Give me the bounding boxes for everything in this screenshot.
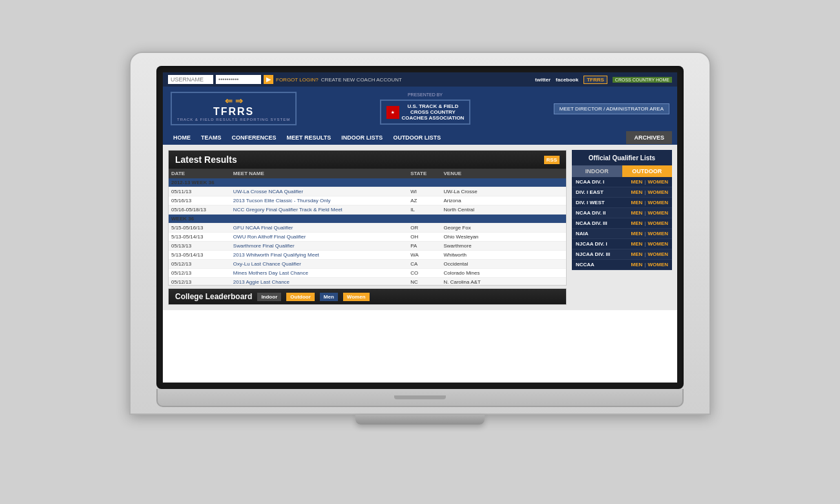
qualifier-men-link[interactable]: MEN <box>631 220 643 226</box>
row-meet[interactable]: NCC Gregory Final Qualifier Track & Fiel… <box>231 205 408 215</box>
rss-icon: RSS <box>544 156 560 164</box>
nav-meet-results[interactable]: MEET RESULTS <box>282 131 337 145</box>
lb-tab-indoor[interactable]: Indoor <box>257 293 281 301</box>
top-bar: ▶ FORGOT LOGIN? CREATE NEW COACH ACCOUNT… <box>163 72 677 87</box>
qualifier-men-link[interactable]: MEN <box>631 189 643 195</box>
leaderboard-header: College Leaderboard Indoor Outdoor Men W… <box>169 289 566 304</box>
logo-area: ⇐ ⇒ TFRRS TRACK & FIELD RESULTS REPORTIN… <box>171 92 297 125</box>
qualifier-links: MEN | WOMEN <box>631 210 668 216</box>
tfrrs-badge: TFRRS <box>583 76 607 84</box>
archives-button[interactable]: ARCHIVES <box>626 131 672 144</box>
row-meet[interactable]: GFU NCAA Final Qualifier <box>231 224 408 233</box>
qualifier-men-link[interactable]: MEN <box>631 210 643 216</box>
qualifier-men-link[interactable]: MEN <box>631 179 643 185</box>
qualifier-separator: | <box>644 262 646 268</box>
qualifier-men-link[interactable]: MEN <box>631 231 643 236</box>
row-date: 05/16/13 <box>169 196 231 205</box>
qualifier-women-link[interactable]: WOMEN <box>647 251 668 257</box>
row-meet[interactable]: Swarthmore Final Qualifier <box>231 242 408 251</box>
qualifier-division-label: NCAA DIV. II <box>576 210 631 216</box>
qualifier-division-label: NCAA DIV. III <box>576 220 631 226</box>
header-right: MEET DIRECTOR / ADMINISTRATOR AREA <box>554 103 669 114</box>
leaderboard-panel: College Leaderboard Indoor Outdoor Men W… <box>168 288 567 305</box>
login-button[interactable]: ▶ <box>264 75 273 84</box>
row-venue: N. Carolina A&T <box>441 278 566 286</box>
row-venue: Ohio Wesleyan <box>441 233 566 242</box>
meet-director-button[interactable]: MEET DIRECTOR / ADMINISTRATOR AREA <box>554 103 669 114</box>
qualifier-women-link[interactable]: WOMEN <box>647 179 668 185</box>
qualifier-men-link[interactable]: MEN <box>631 200 643 205</box>
row-meet[interactable]: UW-La Crosse NCAA Qualifier <box>231 187 408 196</box>
facebook-link[interactable]: facebook <box>556 77 578 83</box>
laptop-base <box>156 389 684 407</box>
lb-tab-outdoor[interactable]: Outdoor <box>286 293 315 301</box>
qualifier-links: MEN | WOMEN <box>631 220 668 226</box>
login-area: ▶ FORGOT LOGIN? CREATE NEW COACH ACCOUNT <box>168 75 402 84</box>
site-header: ⇐ ⇒ TFRRS TRACK & FIELD RESULTS REPORTIN… <box>163 87 677 131</box>
qualifier-men-link[interactable]: MEN <box>631 251 643 257</box>
qualifier-women-link[interactable]: WOMEN <box>647 220 668 226</box>
week1-label: 2012-13 WEEK 36 <box>169 178 566 187</box>
qualifier-separator: | <box>644 200 646 205</box>
qualifier-separator: | <box>644 251 646 257</box>
results-title: Latest Results <box>175 154 237 165</box>
qualifier-men-link[interactable]: MEN <box>631 241 643 247</box>
col-meet-name: MEET NAME <box>231 169 408 178</box>
qualifier-women-link[interactable]: WOMEN <box>647 241 668 247</box>
lb-tab-women[interactable]: Women <box>343 293 370 301</box>
ustfccca-line2: CROSS COUNTRY <box>402 109 465 115</box>
qualifier-tab-indoor[interactable]: INDOOR <box>572 165 622 177</box>
presented-by-label: PRESENTED BY <box>380 92 471 97</box>
nav-outdoor-lists[interactable]: OUTDOOR LISTS <box>388 131 446 145</box>
nav-conferences[interactable]: CONFERENCES <box>227 131 282 145</box>
qualifier-women-link[interactable]: WOMEN <box>647 210 668 216</box>
nav-teams[interactable]: TEAMS <box>196 131 227 145</box>
qualifier-women-link[interactable]: WOMEN <box>647 200 668 205</box>
twitter-link[interactable]: twitter <box>535 77 551 83</box>
nav-indoor-lists[interactable]: INDOOR LISTS <box>336 131 388 145</box>
row-meet[interactable]: 2013 Aggie Last Chance <box>231 278 408 286</box>
qualifier-division-label: NJCAA DIV. I <box>576 241 631 247</box>
row-meet[interactable]: OWU Ron Althoff Final Qualifier <box>231 233 408 242</box>
qualifier-row: NCAA DIV. I MEN | WOMEN <box>572 177 672 187</box>
row-meet[interactable]: 2013 Tucson Elite Classic - Thursday Onl… <box>231 196 408 205</box>
qualifier-women-link[interactable]: WOMEN <box>647 189 668 195</box>
nav-home[interactable]: HOME <box>168 131 196 145</box>
qualifier-rows: NCAA DIV. I MEN | WOMEN DIV. I EAST MEN … <box>572 177 672 270</box>
logo-arrows: ⇐ ⇒ <box>177 96 290 106</box>
row-date: 05/12/13 <box>169 269 231 278</box>
qualifier-men-link[interactable]: MEN <box>631 262 643 268</box>
qualifier-lists-panel: Official Qualifier Lists INDOOR OUTDOOR … <box>572 150 672 305</box>
table-row: 05/16/132013 Tucson Elite Classic - Thur… <box>169 196 566 205</box>
row-state: WI <box>408 187 441 196</box>
col-date: DATE <box>169 169 231 178</box>
qualifier-row: NJCAA DIV. I MEN | WOMEN <box>572 239 672 249</box>
qualifier-title: Official Qualifier Lists <box>589 154 655 162</box>
results-scroll-area[interactable]: DATE MEET NAME STATE VENUE 2012-13 WEEK … <box>169 169 566 285</box>
forgot-link[interactable]: FORGOT LOGIN? <box>276 77 319 83</box>
row-venue: Occidental <box>441 260 566 269</box>
row-meet[interactable]: Mines Mothers Day Last Chance <box>231 269 408 278</box>
qualifier-division-label: DIV. I WEST <box>576 200 631 205</box>
row-meet[interactable]: Oxy-Lu Last Chance Qualifier <box>231 260 408 269</box>
qualifier-row: DIV. I EAST MEN | WOMEN <box>572 187 672 198</box>
table-row: 05/13/13Swarthmore Final QualifierPASwar… <box>169 242 566 251</box>
username-input[interactable] <box>168 75 213 84</box>
qualifier-women-link[interactable]: WOMEN <box>647 262 668 268</box>
password-input[interactable] <box>216 75 261 84</box>
table-row: 05/12/13Oxy-Lu Last Chance QualifierCAOc… <box>169 260 566 269</box>
social-area: twitter facebook TFRRS CROSS COUNTRY HOM… <box>535 76 672 84</box>
create-account-link[interactable]: CREATE NEW COACH ACCOUNT <box>321 77 402 83</box>
results-data-table: DATE MEET NAME STATE VENUE 2012-13 WEEK … <box>169 169 566 285</box>
row-meet[interactable]: 2013 Whitworth Final Qualifying Meet <box>231 251 408 260</box>
qualifier-tab-outdoor[interactable]: OUTDOOR <box>622 165 673 177</box>
row-state: CO <box>408 269 441 278</box>
row-venue: Arizona <box>441 196 566 205</box>
row-date: 05/13/13 <box>169 242 231 251</box>
qualifier-women-link[interactable]: WOMEN <box>647 231 668 236</box>
lb-tab-men[interactable]: Men <box>320 293 338 301</box>
qualifier-links: MEN | WOMEN <box>631 200 668 205</box>
qualifier-division-label: NJCAA DIV. III <box>576 251 631 257</box>
qualifier-division-label: NCCAA <box>576 262 631 268</box>
col-state: STATE <box>408 169 441 178</box>
